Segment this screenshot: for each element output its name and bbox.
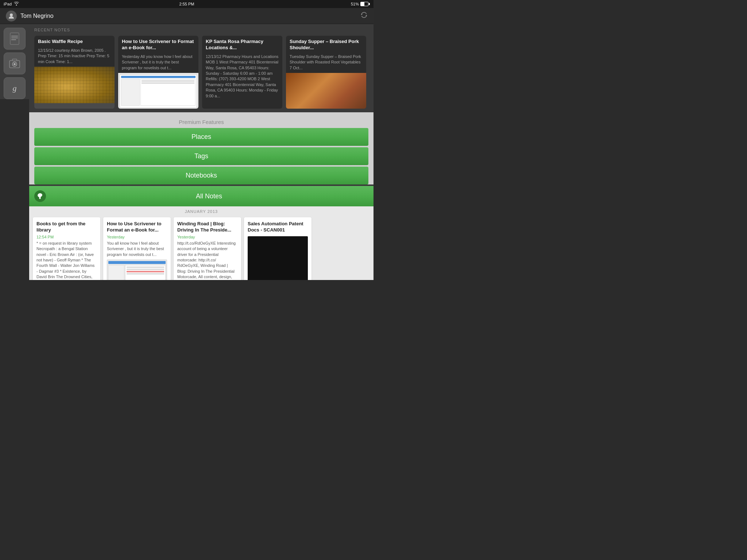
battery-icon (360, 2, 370, 6)
note-card-title: Sales Automation Patent Docs - SCAN001 (248, 221, 308, 233)
notes-grid-section: JANUARY 2013 Books to get from the libra… (29, 206, 374, 280)
svg-point-0 (10, 13, 13, 16)
recent-note-image (286, 73, 366, 109)
svg-point-7 (13, 63, 16, 65)
note-card-preview: You all know how I feel about Scrivener … (107, 241, 167, 257)
sidebar-icon-camera[interactable] (4, 52, 26, 74)
battery-percentage: 51% (351, 2, 359, 6)
time-display: 2:55 PM (179, 2, 194, 6)
recent-note-card[interactable]: Sunday Supper – Braised Pork Shoulder...… (286, 36, 366, 109)
note-card[interactable]: Sales Automation Patent Docs - SCAN001 (244, 217, 311, 280)
note-card[interactable]: Books to get from the library 12:54 PM *… (33, 217, 100, 280)
svg-rect-1 (10, 33, 19, 44)
note-card[interactable]: Winding Road | Blog: Driving In The Pres… (174, 217, 241, 280)
note-card[interactable]: How to Use Scrivener to Format an e-Book… (103, 217, 171, 280)
recent-note-title: Basic Waffle Recipe (38, 39, 111, 45)
notes-grid: Books to get from the library 12:54 PM *… (33, 217, 370, 280)
premium-features-label: Premium Features (34, 116, 368, 128)
month-label: JANUARY 2013 (33, 209, 370, 214)
note-card-title: How to Use Scrivener to Format an e-Book… (107, 221, 167, 233)
recent-notes-label: RECENT NOTES (34, 28, 368, 32)
status-bar: iPad 2:55 PM 51% (0, 0, 374, 8)
main-content: RECENT NOTES Basic Waffle Recipe 12/15/1… (29, 24, 374, 280)
note-card-preview: * = on request in library system Necropa… (36, 241, 97, 280)
sidebar: g (0, 24, 29, 99)
svg-rect-8 (12, 59, 17, 61)
recent-note-title: How to Use Scrivener to Format an e-Book… (122, 39, 195, 51)
all-notes-label: All Notes (50, 192, 368, 200)
recent-note-card[interactable]: Basic Waffle Recipe 12/15/12 courtesy Al… (34, 36, 115, 109)
recent-notes-scroll[interactable]: Basic Waffle Recipe 12/15/12 courtesy Al… (34, 36, 368, 109)
recent-note-card[interactable]: How to Use Scrivener to Format an e-Book… (118, 36, 198, 109)
note-card-time: Yesterday (177, 235, 237, 239)
note-card-image (107, 260, 167, 280)
note-card-title: Winding Road | Blog: Driving In The Pres… (177, 221, 237, 233)
sidebar-icon-note[interactable] (4, 28, 26, 50)
recent-note-card[interactable]: KP Santa Rosa Pharmacy Locations &... 12… (202, 36, 282, 109)
recent-note-preview: Yesterday All you know how I feel about … (118, 52, 198, 73)
tags-button[interactable]: Tags (34, 147, 368, 165)
note-card-title: Books to get from the library (36, 221, 97, 233)
note-card-image (248, 236, 308, 280)
all-notes-bar[interactable]: All Notes (29, 186, 374, 206)
recent-note-image (34, 67, 115, 103)
sync-icon[interactable] (360, 11, 368, 20)
premium-area: Premium Features Places Tags Notebooks (29, 112, 374, 184)
user-name: Tom Negrino (20, 13, 54, 19)
recent-note-title: Sunday Supper – Braised Pork Shoulder... (290, 39, 363, 51)
recent-note-preview: 12/13/12 Pharmacy Hours and Locations MO… (202, 52, 282, 101)
header: Tom Negrino (0, 8, 374, 24)
places-button[interactable]: Places (34, 128, 368, 146)
recent-notes-section: RECENT NOTES Basic Waffle Recipe 12/15/1… (29, 24, 374, 112)
evernote-icon (34, 190, 46, 202)
note-card-time: Yesterday (107, 235, 167, 239)
recent-note-image (118, 73, 198, 109)
scan-image (248, 236, 308, 280)
recent-note-preview: Tuesday Sunday Supper – Braised Pork Sho… (286, 52, 366, 73)
wifi-icon (14, 1, 19, 7)
device-label: iPad (4, 2, 12, 6)
note-card-preview: http://t.co/RdOeGyXE Interesting account… (177, 241, 237, 280)
avatar (6, 11, 17, 22)
recent-note-title: KP Santa Rosa Pharmacy Locations &... (206, 39, 279, 51)
recent-note-preview: 12/15/12 courtesy Alton Brown, 2005 . Pr… (34, 46, 115, 67)
notebooks-button[interactable]: Notebooks (34, 167, 368, 184)
note-card-time: 12:54 PM (36, 235, 97, 239)
sidebar-icon-text[interactable]: g (4, 77, 26, 99)
